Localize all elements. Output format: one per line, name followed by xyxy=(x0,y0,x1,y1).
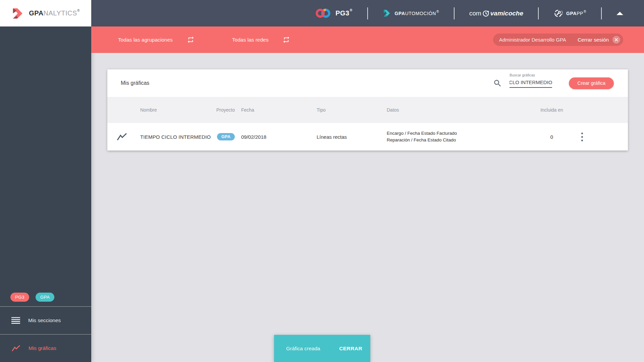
snackbar: Gráfica creada CERRAR xyxy=(274,335,370,362)
gpapp-wrench-icon xyxy=(553,9,563,18)
sidebar: PG3 GPA Mis secciones Mis gráficas xyxy=(0,26,91,362)
column-header-fecha: Fecha xyxy=(238,107,314,113)
snackbar-message: Gráfica creada xyxy=(286,346,337,352)
sidebar-item-label: Mis gráficas xyxy=(29,345,56,351)
logout-button[interactable]: Cerrar sesión xyxy=(578,37,609,43)
agrupaciones-selector[interactable]: Todas las agrupaciones xyxy=(118,37,173,43)
topbar-divider xyxy=(601,7,602,19)
topbar-divider xyxy=(367,7,368,19)
card-header-actions: Buscar gráficas Crear gráfica xyxy=(493,77,614,89)
gpanalytics-arrow-icon xyxy=(11,7,25,20)
column-header-proyecto: Proyecto xyxy=(214,107,238,113)
logout-x-icon[interactable] xyxy=(612,36,620,44)
gpautomocion-arrow-icon xyxy=(383,9,391,17)
gpautomocion-wordmark: GPAUTOMOCIÓN® xyxy=(395,11,439,16)
column-header-tipo: Tipo xyxy=(314,107,384,113)
current-user-name[interactable]: Administrador Desarrollo GPA xyxy=(499,37,578,43)
search-field-label: Buscar gráficas xyxy=(509,73,535,77)
gpanalytics-logo: GPANALYTICS® xyxy=(0,0,91,26)
row-kebab-menu-icon[interactable] xyxy=(572,132,592,142)
row-datos: Encargo / Fecha Estado Facturado Reparac… xyxy=(384,130,532,144)
sidebar-bottom: PG3 GPA Mis secciones Mis gráficas xyxy=(0,293,91,362)
column-header-nombre: Nombre xyxy=(136,107,214,113)
row-incluida-en: 0 xyxy=(532,134,572,140)
topbar-divider xyxy=(454,7,454,19)
hamburger-icon xyxy=(11,317,20,324)
swap-redes-icon[interactable] xyxy=(282,36,290,44)
sidebar-item-mis-graficas[interactable]: Mis gráficas xyxy=(0,334,91,362)
table-header: Nombre Proyecto Fecha Tipo Datos Incluid… xyxy=(107,97,628,123)
row-proyecto: GPA xyxy=(214,133,238,140)
topbar-divider xyxy=(538,7,539,19)
page-title: Mis gráficas xyxy=(121,80,149,86)
comprovamicoche-logo[interactable]: com vamicoche xyxy=(469,9,523,17)
chart-line-icon xyxy=(11,345,20,352)
row-fecha: 09/02/2018 xyxy=(238,134,314,140)
gpapp-wordmark: GPAPP® xyxy=(566,11,586,16)
row-tipo: Líneas rectas xyxy=(314,134,384,140)
gpautomocion-logo[interactable]: GPAUTOMOCIÓN® xyxy=(383,9,439,17)
row-datos-line1: Encargo / Fecha Estado Facturado xyxy=(387,130,532,137)
row-datos-line2: Reparación / Fecha Estado Citado xyxy=(387,137,532,143)
sidebar-item-label: Mis secciones xyxy=(28,317,61,323)
create-chart-button[interactable]: Crear gráfica xyxy=(569,77,614,89)
comprovamicoche-post: vamicoche xyxy=(490,10,523,17)
card-header: Mis gráficas Buscar gráficas Crear gráfi… xyxy=(107,69,628,97)
row-nombre: TIEMPO CICLO INTERMEDIO xyxy=(136,134,214,140)
swap-agrupaciones-icon[interactable] xyxy=(187,36,195,44)
proyecto-badge: GPA xyxy=(217,133,235,140)
badge-gpa[interactable]: GPA xyxy=(36,293,54,302)
redes-selector[interactable]: Todas las redes xyxy=(232,37,269,43)
pg3-infinity-icon xyxy=(315,8,331,18)
badge-pg3[interactable]: PG3 xyxy=(10,293,29,302)
search-input[interactable] xyxy=(509,79,552,88)
pg3-logo[interactable]: PG3® xyxy=(315,8,352,18)
gpanalytics-wordmark: GPANALYTICS® xyxy=(29,9,80,17)
search-icon[interactable] xyxy=(493,79,502,88)
collapse-header-button[interactable] xyxy=(616,12,623,15)
comprovamicoche-pre: com xyxy=(469,10,481,17)
table-row[interactable]: TIEMPO CICLO INTERMEDIO GPA 09/02/2018 L… xyxy=(107,123,628,150)
mis-graficas-card: Mis gráficas Buscar gráficas Crear gráfi… xyxy=(107,69,628,150)
column-header-incluida-en: Incluida en xyxy=(532,107,572,113)
filter-bar: Todas las agrupaciones Todas las redes A… xyxy=(91,26,644,53)
context-badges: PG3 GPA xyxy=(0,293,91,306)
column-header-datos: Datos xyxy=(384,107,532,113)
sidebar-item-mis-secciones[interactable]: Mis secciones xyxy=(0,306,91,334)
gpapp-logo[interactable]: GPAPP® xyxy=(553,9,586,18)
snackbar-close-button[interactable]: CERRAR xyxy=(337,345,364,352)
user-session-pill: Administrador Desarrollo GPA Cerrar sesi… xyxy=(493,34,623,46)
row-chart-line-icon xyxy=(107,133,136,141)
search-field: Buscar gráficas xyxy=(509,79,552,88)
pg3-wordmark: PG3® xyxy=(335,9,352,17)
app-top-bar: PG3® GPAUTOMOCIÓN® com vamicoche xyxy=(91,0,644,26)
clock-icon xyxy=(482,9,490,17)
